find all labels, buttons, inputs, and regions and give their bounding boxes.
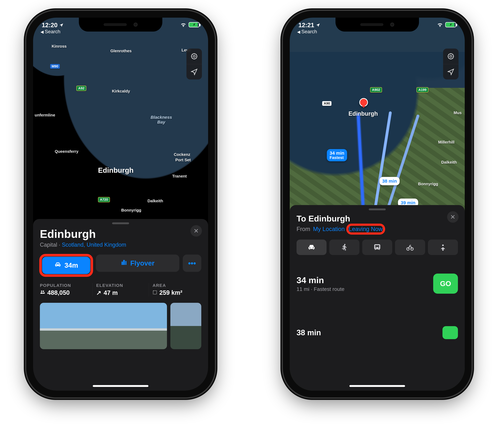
svg-point-3: [450, 55, 452, 57]
road-a90-chip: A90: [322, 101, 332, 106]
road-a92-chip: A92: [76, 86, 86, 91]
locate-me-button[interactable]: [187, 64, 202, 80]
map-town-label: Bonnyrigg: [121, 208, 141, 213]
mode-bike-button[interactable]: [395, 240, 425, 255]
back-to-search-button[interactable]: Search: [41, 29, 61, 35]
go-button[interactable]: GO: [433, 274, 458, 294]
place-subtitle: Capital · Scotland, United Kingdom: [40, 242, 201, 248]
map-town-label: Glenrothes: [110, 49, 132, 53]
place-photo[interactable]: [40, 303, 167, 349]
wifi-icon: [180, 22, 187, 28]
stat-elevation: ELEVATION ↗47 m: [96, 283, 149, 296]
flyover-button-label: Flyover: [130, 259, 155, 267]
map-town-label: Mus: [454, 110, 462, 115]
screen-right: 12:21 ⚡︎ Search: [290, 18, 465, 391]
directions-title: To Edinburgh: [297, 214, 458, 223]
map-controls: [443, 49, 459, 80]
highlight-ring: Leaving Now: [348, 225, 384, 233]
from-label: From: [297, 226, 310, 232]
directions-subtitle: From My Location Leaving Now: [297, 225, 458, 233]
road-a199-chip: A199: [416, 87, 428, 92]
map-town-label: Cockenz: [174, 152, 190, 157]
location-services-icon: [59, 23, 64, 27]
sheet-grabber[interactable]: [369, 208, 386, 210]
more-button[interactable]: •••: [183, 254, 201, 272]
status-time: 12:20: [42, 22, 57, 29]
home-indicator[interactable]: [93, 385, 148, 387]
stat-population: POPULATION 488,050: [40, 283, 92, 296]
directions-sheet[interactable]: ✕ To Edinburgh From My Location Leaving …: [290, 205, 465, 391]
map-sea-label: BlacknessBay: [151, 115, 172, 125]
map-town-label: Port Set: [175, 158, 191, 162]
phone-left: 12:20 ⚡︎ Search: [26, 11, 215, 397]
map-town-label: unfermline: [35, 113, 55, 117]
map-settings-button[interactable]: [187, 49, 202, 64]
notch: [335, 18, 419, 32]
transport-mode-row: [297, 240, 458, 255]
route-option-2-peek[interactable]: 38 min: [297, 326, 458, 339]
go-button[interactable]: [442, 326, 458, 339]
place-title: Edinburgh: [40, 228, 201, 240]
mode-transit-button[interactable]: [362, 240, 392, 255]
map-town-label: Tranent: [172, 174, 187, 179]
location-services-icon: [316, 23, 320, 27]
destination-pin[interactable]: [359, 98, 368, 107]
directions-button-label: 34m: [64, 262, 78, 269]
road-a720-chip: A720: [98, 197, 110, 202]
screen-left: 12:20 ⚡︎ Search: [33, 18, 208, 391]
region-link[interactable]: Scotland, United Kingdom: [62, 242, 126, 248]
map-town-label: Queensferry: [55, 149, 78, 154]
stats-row: POPULATION 488,050 ELEVATION ↗47 m AREA: [40, 283, 201, 296]
route-sub: 11 mi · Fastest route: [297, 286, 344, 292]
svg-point-5: [344, 244, 345, 245]
road-a902-chip: A902: [370, 87, 382, 92]
arrow-up-right-icon: ↗: [96, 289, 101, 296]
status-time: 12:21: [298, 22, 314, 29]
leaving-now-button[interactable]: Leaving Now: [349, 226, 383, 232]
svg-point-0: [193, 55, 195, 57]
car-icon: [54, 261, 61, 270]
mode-walk-button[interactable]: [329, 240, 359, 255]
stage: 12:20 ⚡︎ Search: [0, 0, 504, 433]
locate-me-button[interactable]: [443, 64, 459, 80]
flyover-button[interactable]: Flyover: [96, 254, 179, 272]
map-town-label: Bonnyrigg: [418, 181, 438, 186]
photo-strip[interactable]: [40, 303, 201, 349]
directions-button[interactable]: 34m: [42, 257, 90, 274]
buildings-icon: [121, 259, 127, 267]
people-icon: [40, 289, 45, 296]
mode-car-button[interactable]: [297, 240, 326, 255]
phone-right: 12:21 ⚡︎ Search: [283, 11, 472, 397]
from-location-button[interactable]: My Location: [313, 226, 345, 232]
route-time: 38 min: [297, 328, 321, 337]
mode-rideshare-button[interactable]: [428, 240, 458, 255]
map-controls: [187, 49, 202, 80]
route-time: 34 min: [297, 275, 344, 285]
area-icon: [153, 289, 157, 296]
map-settings-button[interactable]: [443, 49, 459, 64]
route-option-1[interactable]: 34 min 11 mi · Fastest route GO: [297, 274, 458, 294]
back-to-search-button[interactable]: Search: [297, 29, 317, 35]
battery-icon: ⚡︎: [445, 22, 456, 27]
close-button[interactable]: ✕: [447, 211, 459, 223]
home-indicator[interactable]: [349, 385, 405, 387]
map-city-label: Edinburgh: [98, 166, 134, 174]
map-town-label: Dalkeith: [441, 160, 457, 165]
svg-point-8: [442, 244, 444, 246]
route-fastest-callout[interactable]: 34 min Fastest: [327, 149, 347, 161]
map-town-label: Millerhill: [438, 140, 454, 144]
road-m90-chip: M90: [50, 64, 60, 69]
close-button[interactable]: ✕: [190, 225, 202, 237]
route-alt1-callout[interactable]: 38 min: [379, 177, 400, 185]
map-town-label: Kirkcaldy: [112, 89, 130, 94]
battery-icon: ⚡︎: [189, 22, 199, 27]
more-icon: •••: [188, 259, 196, 268]
highlight-ring: 34m: [40, 254, 92, 276]
place-card-sheet[interactable]: ✕ Edinburgh Capital · Scotland, United K…: [33, 219, 208, 391]
place-photo[interactable]: [170, 303, 201, 349]
notch: [79, 18, 162, 32]
svg-rect-2: [153, 291, 157, 294]
sheet-grabber[interactable]: [112, 222, 129, 224]
stat-area: AREA 259 km²: [153, 283, 201, 296]
action-row: 34m Flyover •••: [40, 254, 201, 276]
